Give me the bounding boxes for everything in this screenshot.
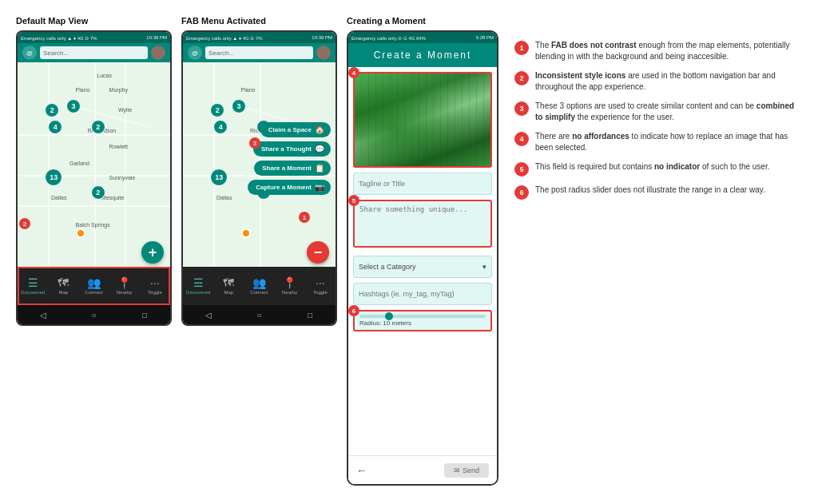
status-bar-2: Emergency calls only ▲ ♦ 4G ⊝ 7% 10:39 P… [183,32,336,43]
pin-13-2: 13 [210,169,228,186]
fab-share-thought[interactable]: Share a Thought 💬 [253,141,331,157]
back-btn-1[interactable]: ◁ [36,310,50,319]
app-logo-1: @ [22,46,37,60]
fab-menu-section: FAB Menu Activated Emergency calls only … [181,16,337,488]
label-plano-2: Plano [241,87,256,93]
annotation-4: 4 There are no affordances to indicate h… [514,131,802,153]
search-bar-1: @ Search... [18,43,170,62]
pin-13: 13 [45,169,62,186]
nav-map-label: Map [58,290,68,295]
nav-toggle-label-2: Toggle [313,290,328,295]
search-field-1[interactable]: Search... [40,46,148,59]
default-map-title: Default Map View [16,16,88,26]
category-label: Select a Category [359,263,416,271]
annotations-panel: 1 The FAB does not contrast enough from … [508,16,802,488]
send-icon: ✉ [454,466,460,474]
bottom-nav-1[interactable]: ☰ Discovered 🗺 Map 👥 Connect 📍 Nearby [18,267,170,305]
moment-image[interactable] [353,72,492,168]
nav-toggle-icon: ··· [150,277,160,288]
recent-btn-2[interactable]: □ [303,310,317,319]
ann-number-6: 6 [514,185,529,200]
status-time-3: 5:28 PM [476,35,494,40]
nav-map[interactable]: 🗺 Map [48,267,78,305]
label-plano: Plano [76,87,90,93]
fab-capture-icon: 📷 [315,183,324,192]
label-rowlett: Rowlett [109,144,128,149]
annotation-1: 1 The FAB does not contrast enough from … [514,40,802,62]
system-bar-1: ◁ ○ □ [18,305,170,324]
label-lucas: Lucas [97,73,112,78]
nav-connect-icon: 👥 [87,277,101,288]
fab-share-moment[interactable]: Share a Moment 📋 [254,161,331,176]
back-arrow-icon[interactable]: ← [356,464,367,477]
home-btn-1[interactable]: ○ [86,310,101,319]
recent-btn-1[interactable]: □ [137,310,152,319]
main-container: Default Map View Emergency calls only ▲ … [0,0,818,504]
nav-map-2[interactable]: 🗺 Map [213,267,244,305]
pin-3: 3 [66,99,81,113]
share-textarea[interactable] [353,200,492,248]
radius-slider[interactable] [359,315,486,318]
fab-menu-phone: Emergency calls only ▲ ♦ 4G ⊝ 7% 10:39 P… [181,30,337,326]
badge-4: 4 [348,67,359,78]
fab-claim-space[interactable]: Claim a Space 🏠 [260,122,331,137]
fab-claim-icon: 🏠 [315,125,324,134]
ann-text-1: The FAB does not contrast enough from th… [535,40,802,62]
nav-toggle[interactable]: ··· Toggle [140,267,170,305]
fab-moment-label: Share a Moment [262,165,312,172]
nav-connect-label: Connect [85,290,102,295]
moment-title: Creating a Moment [347,16,426,26]
status-time-2: 10:39 PM [312,35,332,40]
nav-discovered[interactable]: ☰ Discovered [18,267,48,305]
nav-toggle-2[interactable]: ··· Toggle [305,267,336,305]
hashtag-input[interactable] [353,283,492,305]
nav-nearby-2[interactable]: 📍 Nearby [275,267,305,305]
nav-discovered-label: Discovered [21,290,45,295]
send-button[interactable]: ✉ Send [444,463,489,478]
location-dot-1 [76,228,85,238]
status-bar-1: Emergency calls only ▲ ♦ 4G ⊝ 7% 10:39 P… [18,32,170,43]
category-select[interactable]: Select a Category ▾ [353,256,492,278]
bottom-nav-2[interactable]: ☰ Discovered 🗺 Map 👥 Connect 📍 Nearby ··… [183,267,336,305]
label-murphy: Murphy [109,87,128,93]
fab-capture-moment[interactable]: Capture a Moment 📷 [248,180,331,195]
nav-discovered-label-2: Discovered [186,290,210,295]
pin-3-2: 3 [232,99,246,113]
ann-number-1: 1 [514,41,529,55]
nav-nearby-label: Nearby [117,290,132,295]
nav-map-icon-2: 🗺 [223,277,234,288]
share-container: 5 [353,200,492,251]
avatar-2 [316,46,331,60]
fab-button-2[interactable]: − [307,241,329,264]
radius-thumb[interactable] [385,312,393,320]
radius-section: Radius: 10 meters [353,310,492,331]
fab-thought-icon: 💬 [315,145,324,153]
status-text-2: Emergency calls only ▲ ♦ 4G ⊝ 7% [186,35,263,41]
radius-label: Radius: 10 meters [359,319,486,327]
moment-footer: ← ✉ Send [348,455,497,484]
nav-map-icon: 🗺 [58,277,69,288]
ann-text-5: This field is required but contains no i… [535,161,769,173]
fab-thought-label: Share a Thought [261,145,312,153]
fab-button-1[interactable]: + [141,241,164,264]
ann-number-2: 2 [514,71,529,85]
map-area-2: Plano Richardson Rowlett Dallas 2 3 4 2 … [183,62,336,267]
nav-discovered-2[interactable]: ☰ Discovered [183,267,213,305]
nav-nearby[interactable]: 📍 Nearby [109,267,140,305]
status-time-1: 10:39 PM [146,35,167,40]
back-btn-2[interactable]: ◁ [201,310,216,319]
label-garland: Garland [69,161,89,166]
search-field-2[interactable]: Search... [205,46,313,59]
nav-connect-2[interactable]: 👥 Connect [244,267,274,305]
home-btn-2[interactable]: ○ [252,310,266,319]
avatar-1 [151,46,165,60]
nav-toggle-icon-2: ··· [316,277,325,288]
badge-3: 3 [249,137,260,149]
moment-content: 4 5 Select a Category ▾ [348,67,497,455]
tagline-input[interactable] [353,173,492,195]
pin-2b: 2 [91,120,105,134]
pin-4: 4 [48,120,62,134]
annotation-2: 2 Inconsistent style icons are used in t… [514,70,802,93]
search-placeholder-2: Search... [208,50,234,57]
nav-connect[interactable]: 👥 Connect [78,267,109,305]
